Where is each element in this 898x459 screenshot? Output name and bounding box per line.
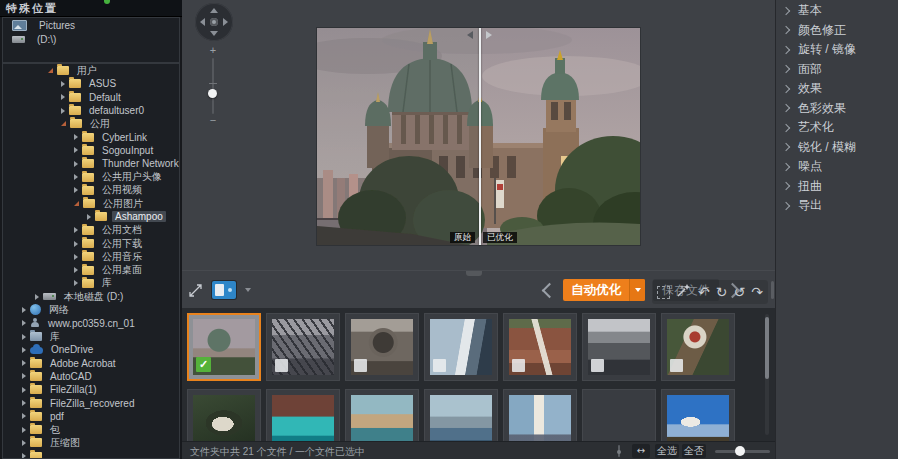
select-none-button[interactable]: 全否 [682,444,706,458]
expand-arrow-icon[interactable] [22,373,26,379]
thumbnail-fish[interactable] [187,389,261,441]
menu-item-旋转-镜像[interactable]: 旋转 / 镜像 [776,40,898,60]
tree-item-onedrive[interactable]: OneDrive [3,343,179,356]
pan-navigator[interactable] [195,3,233,41]
split-handle-right-icon[interactable] [486,31,492,39]
tree-item-本地磁盘-d-[interactable]: 本地磁盘 (D:) [3,290,179,303]
compare-view-dropdown-icon[interactable] [245,288,251,292]
tree-item-filezilla-recovered[interactable]: FileZilla_recovered [3,396,179,409]
expand-arrow-icon[interactable] [61,108,65,114]
expand-arrow-icon[interactable] [74,254,78,260]
expand-arrow-icon[interactable] [61,94,65,100]
compare-view-button[interactable] [212,281,236,299]
expand-arrow-icon[interactable] [61,81,65,87]
menu-item-锐化-模糊[interactable]: 锐化 / 模糊 [776,138,898,158]
expand-arrow-icon[interactable] [74,174,78,180]
thumbnail-machinery[interactable] [345,313,419,381]
thumbnail-lighthouse[interactable] [503,389,577,441]
pan-left-icon[interactable] [200,18,205,26]
unchecked-checkbox[interactable] [354,359,367,372]
expand-arrow-icon[interactable] [22,427,26,433]
expand-arrow-icon[interactable] [22,400,26,406]
expand-arrow-icon[interactable] [22,440,26,446]
unchecked-checkbox[interactable] [512,359,525,372]
pan-up-icon[interactable] [210,8,218,13]
zoom-in-label[interactable]: + [206,44,220,56]
tree-item-公用视频[interactable]: 公用视频 [3,184,179,197]
tree-item-压缩图[interactable]: 压缩图 [3,436,179,449]
expand-arrow-icon[interactable] [87,214,91,220]
fullscreen-expand-icon[interactable] [188,283,203,298]
menu-item-颜色修正[interactable]: 颜色修正 [776,21,898,41]
expand-arrow-icon[interactable] [22,413,26,419]
expand-arrow-icon[interactable] [74,187,78,193]
thumbnail-pier[interactable] [424,313,498,381]
expand-arrow-icon[interactable] [22,387,26,393]
tree-item-adobe-acrobat[interactable]: Adobe Acrobat [3,357,179,370]
thumbnail-harbor[interactable] [345,389,419,441]
tree-item-ashampoo[interactable]: Ashampoo [3,210,179,223]
previous-image-button[interactable] [542,282,558,298]
select-all-button[interactable]: 全选 [655,444,679,458]
expand-arrow-icon[interactable] [22,320,26,326]
tree-item-www-pc0359-cn-01[interactable]: www.pc0359.cn_01 [3,317,179,330]
thumbnail-lagoon[interactable] [266,389,340,441]
tree-item-公共用户头像[interactable]: 公共用户头像 [3,170,179,183]
expand-arrow-icon[interactable] [74,267,78,273]
splitter-handle[interactable] [466,271,482,276]
thumbnail-waterfall[interactable] [503,313,577,381]
unchecked-checkbox[interactable] [275,359,288,372]
collapse-arrow-icon[interactable] [48,68,53,73]
rotate-right-icon[interactable]: ↷ [751,284,763,300]
tree-item-pdf[interactable]: pdf [3,410,179,423]
zoom-slider-thumb[interactable] [208,89,217,98]
tree-item-网络[interactable]: 网络 [3,303,179,316]
tree-item-库[interactable]: 库 [3,277,179,290]
menu-item-面部[interactable]: 面部 [776,60,898,80]
expand-arrow-icon[interactable] [74,280,78,286]
pan-down-icon[interactable] [210,31,218,36]
menu-item-基本[interactable]: 基本 [776,1,898,21]
expand-arrow-icon[interactable] [22,453,26,459]
collapse-arrow-icon[interactable] [61,121,66,126]
thumbnail-coast[interactable] [424,389,498,441]
menu-item-色彩效果[interactable]: 色彩效果 [776,99,898,119]
location-item-pictures[interactable]: Pictures [3,18,179,32]
tree-item-公用下载[interactable]: 公用下载 [3,237,179,250]
thumbnail-birdhouse[interactable] [661,313,735,381]
tree-item-公用图片[interactable]: 公用图片 [3,197,179,210]
expand-arrow-icon[interactable] [22,347,26,353]
tree-item-clipped[interactable] [3,450,179,459]
tree-item-用户[interactable]: 用户 [3,64,179,77]
unchecked-checkbox[interactable] [670,359,683,372]
rotate-left-icon[interactable]: ↺ [734,284,746,300]
tree-item-公用[interactable]: 公用 [3,117,179,130]
expand-arrow-icon[interactable] [22,334,26,340]
expand-arrow-icon[interactable] [22,360,26,366]
unchecked-checkbox[interactable] [591,359,604,372]
zoom-slider-track[interactable] [212,58,214,114]
expand-arrow-icon[interactable] [74,227,78,233]
tree-item-autocad[interactable]: AutoCAD [3,370,179,383]
undo-icon[interactable]: ↶ [698,284,710,300]
tree-item-thunder-network[interactable]: Thunder Network [3,157,179,170]
zoom-out-label[interactable]: − [206,114,220,126]
fit-width-button[interactable]: ↔ [632,444,650,458]
toolbar-grip[interactable] [771,281,774,299]
thumbnail-sky[interactable] [661,389,735,441]
tree-item-cyberlink[interactable]: CyberLink [3,130,179,143]
auto-optimize-button[interactable]: 自动优化 [563,279,645,301]
tree-item-包[interactable]: 包 [3,423,179,436]
expand-arrow-icon[interactable] [74,161,78,167]
collapse-arrow-icon[interactable] [74,201,79,206]
vertical-size-slider-icon[interactable] [615,445,623,457]
pan-center-dot[interactable] [210,18,218,26]
tree-item-公用桌面[interactable]: 公用桌面 [3,263,179,276]
thumbnail-skyline[interactable] [582,313,656,381]
thumbnail-bridge[interactable] [266,313,340,381]
compare-split-divider[interactable] [479,28,481,245]
expand-arrow-icon[interactable] [74,241,78,247]
menu-item-效果[interactable]: 效果 [776,79,898,99]
menu-item-噪点[interactable]: 噪点 [776,157,898,177]
tree-item-库[interactable]: 库 [3,330,179,343]
